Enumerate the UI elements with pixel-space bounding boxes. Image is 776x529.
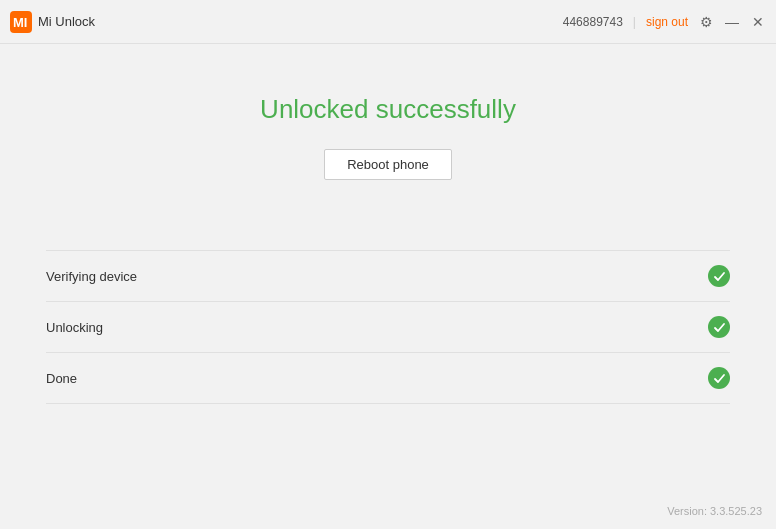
- step-unlocking-label: Unlocking: [46, 320, 103, 335]
- close-icon[interactable]: ✕: [750, 14, 766, 30]
- pipe-divider: |: [633, 15, 636, 29]
- titlebar: MI Mi Unlock 446889743 | sign out ⚙ — ✕: [0, 0, 776, 44]
- titlebar-right: 446889743 | sign out ⚙ — ✕: [563, 14, 766, 30]
- minimize-icon[interactable]: —: [724, 14, 740, 30]
- step-done: Done: [46, 352, 730, 404]
- step-done-label: Done: [46, 371, 77, 386]
- step-verifying-device-check-icon: [708, 265, 730, 287]
- step-done-check-icon: [708, 367, 730, 389]
- step-unlocking-check-icon: [708, 316, 730, 338]
- titlebar-left: MI Mi Unlock: [10, 11, 95, 33]
- step-verifying-device: Verifying device: [46, 250, 730, 301]
- version-label: Version: 3.3.525.23: [667, 505, 762, 517]
- settings-icon[interactable]: ⚙: [698, 14, 714, 30]
- svg-text:MI: MI: [13, 15, 27, 30]
- mi-logo-icon: MI: [10, 11, 32, 33]
- step-unlocking: Unlocking: [46, 301, 730, 352]
- reboot-phone-button[interactable]: Reboot phone: [324, 149, 452, 180]
- sign-out-link[interactable]: sign out: [646, 15, 688, 29]
- step-verifying-device-label: Verifying device: [46, 269, 137, 284]
- user-id: 446889743: [563, 15, 623, 29]
- steps-container: Verifying device Unlocking Done: [0, 250, 776, 404]
- success-title: Unlocked successfully: [260, 94, 516, 125]
- main-content: Unlocked successfully Reboot phone: [0, 44, 776, 180]
- app-title: Mi Unlock: [38, 14, 95, 29]
